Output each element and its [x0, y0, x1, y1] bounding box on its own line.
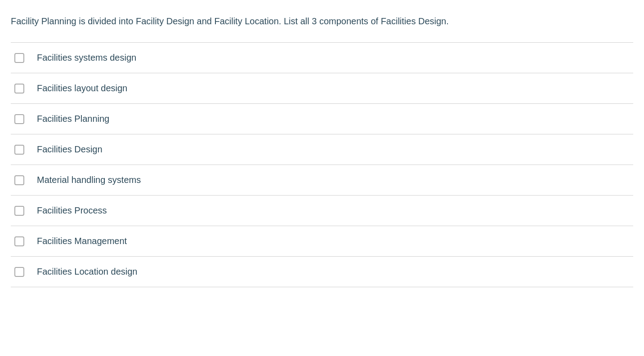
option-checkbox-2[interactable]: [14, 84, 24, 93]
option-item[interactable]: Material handling systems: [11, 165, 633, 195]
option-item[interactable]: Facilities systems design: [11, 42, 633, 73]
option-item[interactable]: Facilities Process: [11, 195, 633, 226]
option-label-2: Facilities layout design: [37, 83, 127, 93]
option-checkbox-6[interactable]: [14, 206, 24, 216]
option-item[interactable]: Facilities Planning: [11, 103, 633, 134]
option-label-5: Material handling systems: [37, 175, 141, 185]
option-label-4: Facilities Design: [37, 144, 103, 155]
option-checkbox-8[interactable]: [14, 267, 24, 277]
option-item[interactable]: Facilities Management: [11, 226, 633, 256]
option-label-6: Facilities Process: [37, 205, 107, 216]
option-label-3: Facilities Planning: [37, 114, 109, 124]
option-label-8: Facilities Location design: [37, 267, 137, 277]
option-checkbox-4[interactable]: [14, 145, 24, 155]
options-list: Facilities systems designFacilities layo…: [11, 42, 633, 287]
option-item[interactable]: Facilities layout design: [11, 73, 633, 103]
option-checkbox-7[interactable]: [14, 236, 24, 246]
option-item[interactable]: Facilities Design: [11, 134, 633, 165]
option-label-1: Facilities systems design: [37, 53, 136, 63]
option-checkbox-1[interactable]: [14, 53, 24, 63]
option-label-7: Facilities Management: [37, 236, 127, 246]
option-checkbox-5[interactable]: [14, 175, 24, 185]
option-checkbox-3[interactable]: [14, 114, 24, 124]
question-text: Facility Planning is divided into Facili…: [11, 14, 631, 28]
option-item[interactable]: Facilities Location design: [11, 256, 633, 287]
